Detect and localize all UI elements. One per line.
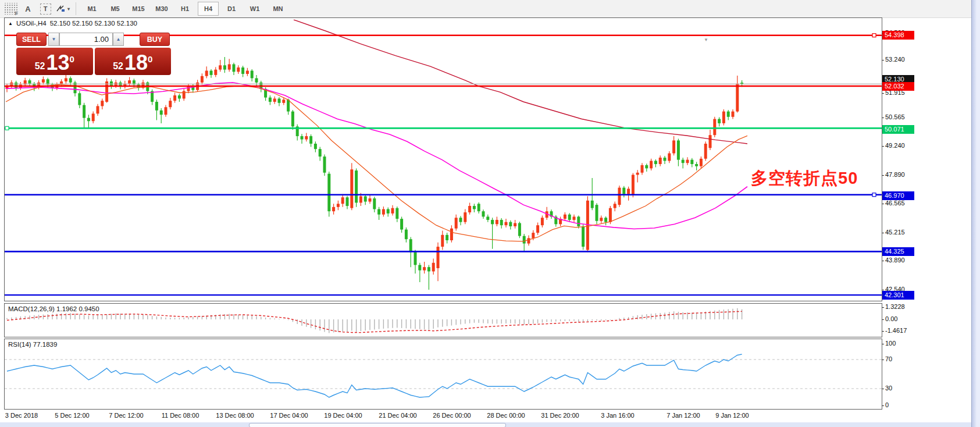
macd-axis-tick: -1.4617 bbox=[885, 327, 907, 334]
x-axis-label: 5 Dec 12:00 bbox=[55, 412, 89, 419]
buy-price-pips: 18 bbox=[124, 53, 148, 73]
sell-price-pips: 13 bbox=[46, 53, 69, 73]
mid-ma-magenta[interactable] bbox=[6, 83, 747, 229]
tab-timeframe-m15[interactable]: M15 bbox=[128, 2, 149, 16]
shapes-arrow-icon[interactable]: ▾ bbox=[56, 2, 70, 16]
window-right-frame bbox=[971, 0, 980, 427]
rsi-axis-tick-dash bbox=[882, 344, 884, 344]
symbol-collapse-icon[interactable]: ▲ bbox=[8, 21, 13, 26]
y-axis-tick-dash bbox=[882, 146, 884, 147]
x-axis-label: 17 Dec 04:00 bbox=[270, 412, 308, 419]
rsi-axis-tick-dash bbox=[882, 360, 884, 360]
x-axis-label: 11 Dec 08:00 bbox=[162, 412, 199, 419]
y-axis-tick-dash bbox=[882, 60, 884, 61]
sell-button[interactable]: SELL bbox=[16, 33, 47, 46]
y-axis-tick: 45.215 bbox=[885, 229, 905, 236]
x-axis-label: 9 Jan 12:00 bbox=[715, 412, 749, 419]
toolbar: F A T ▾ M1M5M15M30H1H4D1W1MN bbox=[0, 0, 972, 18]
fast-ma-orange[interactable] bbox=[6, 84, 747, 241]
x-axis-label: 3 Jan 16:00 bbox=[601, 412, 635, 419]
line-handle[interactable] bbox=[872, 34, 876, 37]
one-click-trading-widget: SELL ▼ 1.00 ▲ BUY 52 13 0 52 18 0 bbox=[16, 33, 171, 75]
tab-timeframe-d1[interactable]: D1 bbox=[221, 2, 242, 16]
right-axis: 54.50053.24051.91550.56549.24047.89046.5… bbox=[882, 17, 972, 422]
sell-price-prefix: 52 bbox=[35, 60, 45, 73]
chevron-down-icon[interactable]: ▾ bbox=[67, 6, 70, 12]
tab-timeframe-h1[interactable]: H1 bbox=[174, 2, 195, 16]
y-axis-tick: 47.890 bbox=[885, 171, 905, 178]
x-axis-label: 13 Dec 08:00 bbox=[216, 412, 254, 419]
tab-timeframe-m5[interactable]: M5 bbox=[105, 2, 126, 16]
buy-price-point: 0 bbox=[148, 48, 152, 71]
macd-axis-tick-dash bbox=[882, 319, 884, 320]
rsi-label: RSI(14) 77.1839 bbox=[8, 341, 57, 348]
y-axis-tick: 43.890 bbox=[885, 257, 905, 264]
y-axis-tick: 46.565 bbox=[885, 200, 905, 207]
macd-canvas[interactable] bbox=[5, 304, 882, 337]
rsi-axis-tick-dash bbox=[882, 389, 884, 389]
rsi-axis-tick: 30 bbox=[885, 385, 892, 392]
sell-price-quote[interactable]: 52 13 0 bbox=[16, 48, 93, 75]
buy-price-prefix: 52 bbox=[113, 60, 123, 73]
x-axis-label: 28 Dec 00:00 bbox=[487, 412, 525, 419]
symbol-label: USOil-,H4 bbox=[16, 20, 47, 27]
x-axis-label: 26 Dec 00:00 bbox=[433, 412, 471, 419]
date-axis[interactable]: 3 Dec 20185 Dec 12:007 Dec 12:0011 Dec 0… bbox=[4, 410, 882, 422]
x-axis-label: 31 Dec 20:00 bbox=[541, 412, 579, 419]
macd-axis-tick: 1.3228 bbox=[885, 303, 905, 310]
tab-timeframe-m30[interactable]: M30 bbox=[151, 2, 172, 16]
price-badge-54.398: 54.398 bbox=[882, 31, 914, 40]
volume-increase-button[interactable]: ▲ bbox=[113, 33, 124, 46]
buy-price-quote[interactable]: 52 18 0 bbox=[95, 48, 172, 75]
rsi-axis-tick: 70 bbox=[885, 355, 892, 362]
y-axis-tick-dash bbox=[882, 261, 884, 261]
y-axis-tick-dash bbox=[882, 204, 884, 204]
trend-annotation: 多空转折点50 bbox=[751, 167, 858, 190]
price-badge-42.301: 42.301 bbox=[882, 291, 914, 300]
tab-timeframe-w1[interactable]: W1 bbox=[244, 2, 265, 16]
rsi-axis-tick-dash bbox=[882, 405, 884, 406]
toolbar-separator bbox=[76, 2, 76, 15]
rsi-axis-tick: 0 bbox=[885, 401, 889, 408]
text-label-icon[interactable]: A bbox=[21, 2, 35, 16]
price-badge-50.071: 50.071 bbox=[882, 125, 914, 134]
tab-timeframe-h4[interactable]: H4 bbox=[198, 2, 219, 16]
macd-axis-tick: 0.00 bbox=[885, 315, 897, 322]
ohlc-quotes: 52.150 52.150 52.130 52.130 bbox=[50, 20, 137, 27]
volume-input[interactable]: 1.00 bbox=[59, 33, 113, 46]
macd-axis-tick-dash bbox=[882, 331, 884, 332]
macd-axis-tick-dash bbox=[882, 307, 884, 308]
rsi-axis-tick: 100 bbox=[885, 340, 896, 347]
timeframe-group: M1M5M15M30H1H4D1W1MN bbox=[80, 2, 290, 16]
x-axis-label: 21 Dec 04:00 bbox=[379, 412, 416, 419]
shapes-arrow-glyph bbox=[56, 4, 66, 13]
rsi-canvas[interactable] bbox=[5, 339, 882, 409]
tab-timeframe-mn[interactable]: MN bbox=[268, 2, 288, 16]
x-axis-label: 19 Dec 04:00 bbox=[324, 412, 362, 419]
line-handle[interactable] bbox=[5, 126, 9, 130]
price-badge-52.032: 52.032 bbox=[882, 82, 914, 91]
y-axis-tick-dash bbox=[882, 233, 884, 233]
y-axis-tick-dash bbox=[882, 118, 884, 118]
x-axis-label: 3 Dec 2018 bbox=[5, 412, 38, 419]
autoscroll-marker-icon[interactable]: ▼ bbox=[704, 37, 708, 42]
rsi-line bbox=[7, 354, 742, 397]
sell-price-point: 0 bbox=[70, 48, 74, 71]
volume-decrease-button[interactable]: ▼ bbox=[48, 33, 59, 46]
y-axis-tick-dash bbox=[882, 175, 884, 176]
rsi-indicator-panel: RSI(14) 77.1839 bbox=[4, 339, 882, 410]
horizontal-scrollbar-thumb[interactable] bbox=[249, 423, 506, 427]
price-badge-46.970: 46.970 bbox=[882, 191, 914, 200]
slow-ma-darkred[interactable] bbox=[294, 20, 747, 144]
x-axis-label: 7 Dec 12:00 bbox=[109, 412, 143, 419]
text-box-icon[interactable]: T bbox=[40, 3, 51, 15]
crosshair-grid-icon[interactable]: F bbox=[3, 3, 17, 15]
mt4-window: F A T ▾ M1M5M15M30H1H4D1W1MN ▲ USOil-,H4… bbox=[0, 0, 980, 427]
tab-timeframe-m1[interactable]: M1 bbox=[81, 2, 102, 16]
y-axis-tick: 53.240 bbox=[885, 56, 905, 63]
buy-button[interactable]: BUY bbox=[140, 33, 170, 46]
macd-indicator-panel: MACD(12,26,9) 1.1962 0.9450 bbox=[4, 303, 882, 337]
y-axis-tick: 49.240 bbox=[885, 142, 905, 149]
price-badge-44.325: 44.325 bbox=[882, 247, 914, 256]
line-handle[interactable] bbox=[872, 193, 876, 197]
